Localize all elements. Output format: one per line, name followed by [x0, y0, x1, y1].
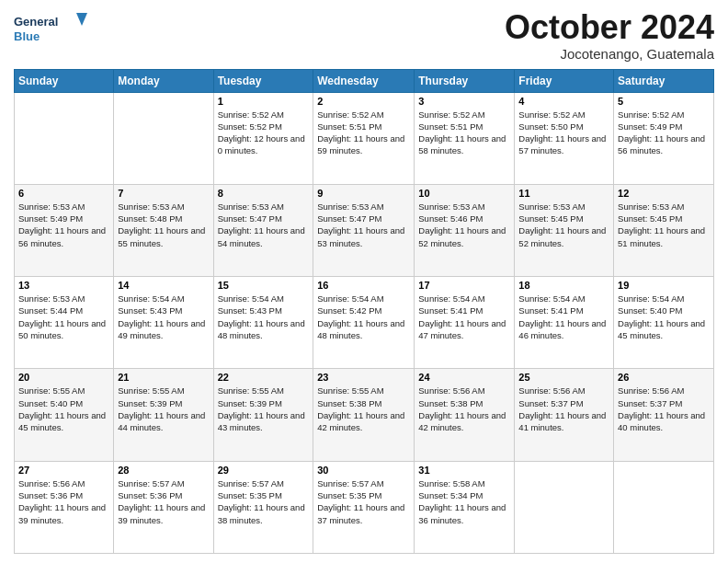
location: Jocotenango, Guatemala	[505, 46, 714, 62]
day-info: Sunrise: 5:54 AM Sunset: 5:43 PM Dayligh…	[118, 293, 209, 341]
day-info: Sunrise: 5:53 AM Sunset: 5:45 PM Dayligh…	[618, 201, 710, 249]
cell-2-4: 17Sunrise: 5:54 AM Sunset: 5:41 PM Dayli…	[415, 277, 515, 369]
day-info: Sunrise: 5:55 AM Sunset: 5:38 PM Dayligh…	[317, 385, 410, 433]
day-number: 13	[18, 280, 109, 291]
day-info: Sunrise: 5:56 AM Sunset: 5:37 PM Dayligh…	[618, 385, 710, 433]
col-friday: Friday	[515, 69, 614, 92]
day-number: 11	[518, 188, 609, 199]
day-number: 24	[418, 372, 510, 383]
col-tuesday: Tuesday	[213, 69, 313, 92]
week-row-1: 6Sunrise: 5:53 AM Sunset: 5:49 PM Daylig…	[15, 184, 714, 276]
day-info: Sunrise: 5:52 AM Sunset: 5:51 PM Dayligh…	[418, 109, 510, 157]
cell-1-5: 11Sunrise: 5:53 AM Sunset: 5:45 PM Dayli…	[515, 184, 614, 276]
cell-0-2: 1Sunrise: 5:52 AM Sunset: 5:52 PM Daylig…	[213, 92, 313, 184]
day-number: 22	[218, 372, 310, 383]
day-info: Sunrise: 5:53 AM Sunset: 5:46 PM Dayligh…	[418, 201, 510, 249]
day-info: Sunrise: 5:52 AM Sunset: 5:49 PM Dayligh…	[618, 109, 710, 157]
day-number: 3	[418, 96, 510, 107]
cell-4-1: 28Sunrise: 5:57 AM Sunset: 5:36 PM Dayli…	[114, 461, 213, 553]
cell-4-0: 27Sunrise: 5:56 AM Sunset: 5:36 PM Dayli…	[15, 461, 114, 553]
col-monday: Monday	[114, 69, 213, 92]
cell-3-4: 24Sunrise: 5:56 AM Sunset: 5:38 PM Dayli…	[415, 369, 515, 461]
day-number: 29	[218, 465, 310, 476]
cell-4-2: 29Sunrise: 5:57 AM Sunset: 5:35 PM Dayli…	[213, 461, 313, 553]
calendar-table: Sunday Monday Tuesday Wednesday Thursday…	[14, 69, 714, 554]
cell-2-2: 15Sunrise: 5:54 AM Sunset: 5:43 PM Dayli…	[213, 277, 313, 369]
cell-4-5	[515, 461, 614, 553]
cell-0-6: 5Sunrise: 5:52 AM Sunset: 5:49 PM Daylig…	[614, 92, 714, 184]
day-info: Sunrise: 5:57 AM Sunset: 5:35 PM Dayligh…	[317, 477, 410, 526]
week-row-4: 27Sunrise: 5:56 AM Sunset: 5:36 PM Dayli…	[15, 461, 714, 553]
day-number: 30	[317, 465, 410, 476]
cell-2-5: 18Sunrise: 5:54 AM Sunset: 5:41 PM Dayli…	[515, 277, 614, 369]
svg-marker-2	[76, 13, 87, 26]
day-number: 12	[618, 188, 710, 199]
cell-0-5: 4Sunrise: 5:52 AM Sunset: 5:50 PM Daylig…	[515, 92, 614, 184]
day-number: 6	[18, 188, 109, 199]
day-info: Sunrise: 5:56 AM Sunset: 5:37 PM Dayligh…	[518, 385, 609, 433]
day-info: Sunrise: 5:52 AM Sunset: 5:50 PM Dayligh…	[518, 109, 609, 157]
col-sunday: Sunday	[15, 69, 114, 92]
day-info: Sunrise: 5:53 AM Sunset: 5:47 PM Dayligh…	[218, 201, 310, 249]
day-info: Sunrise: 5:53 AM Sunset: 5:45 PM Dayligh…	[518, 201, 609, 249]
cell-1-3: 9Sunrise: 5:53 AM Sunset: 5:47 PM Daylig…	[313, 184, 415, 276]
day-info: Sunrise: 5:53 AM Sunset: 5:47 PM Dayligh…	[317, 201, 410, 249]
day-number: 18	[518, 280, 609, 291]
day-number: 20	[18, 372, 109, 383]
cell-2-6: 19Sunrise: 5:54 AM Sunset: 5:40 PM Dayli…	[614, 277, 714, 369]
day-info: Sunrise: 5:55 AM Sunset: 5:39 PM Dayligh…	[118, 385, 209, 433]
day-number: 31	[418, 465, 510, 476]
month-title: October 2024	[505, 9, 714, 46]
cell-1-4: 10Sunrise: 5:53 AM Sunset: 5:46 PM Dayli…	[415, 184, 515, 276]
day-info: Sunrise: 5:52 AM Sunset: 5:52 PM Dayligh…	[218, 109, 310, 157]
day-info: Sunrise: 5:52 AM Sunset: 5:51 PM Dayligh…	[317, 109, 410, 157]
cell-3-2: 22Sunrise: 5:55 AM Sunset: 5:39 PM Dayli…	[213, 369, 313, 461]
day-info: Sunrise: 5:56 AM Sunset: 5:38 PM Dayligh…	[418, 385, 510, 433]
cell-1-1: 7Sunrise: 5:53 AM Sunset: 5:48 PM Daylig…	[114, 184, 213, 276]
day-number: 8	[218, 188, 310, 199]
title-block: October 2024 Jocotenango, Guatemala	[505, 9, 714, 62]
day-info: Sunrise: 5:54 AM Sunset: 5:41 PM Dayligh…	[518, 293, 609, 341]
week-row-2: 13Sunrise: 5:53 AM Sunset: 5:44 PM Dayli…	[15, 277, 714, 369]
day-info: Sunrise: 5:58 AM Sunset: 5:34 PM Dayligh…	[418, 477, 510, 526]
cell-2-3: 16Sunrise: 5:54 AM Sunset: 5:42 PM Dayli…	[313, 277, 415, 369]
calendar-header: Sunday Monday Tuesday Wednesday Thursday…	[15, 69, 714, 92]
logo: General Blue	[14, 9, 87, 46]
calendar-page: General Blue October 2024 Jocotenango, G…	[0, 0, 728, 563]
day-number: 15	[218, 280, 310, 291]
cell-3-1: 21Sunrise: 5:55 AM Sunset: 5:39 PM Dayli…	[114, 369, 213, 461]
day-number: 16	[317, 280, 410, 291]
day-number: 27	[18, 465, 109, 476]
col-wednesday: Wednesday	[313, 69, 415, 92]
calendar-body: 1Sunrise: 5:52 AM Sunset: 5:52 PM Daylig…	[15, 92, 714, 553]
day-info: Sunrise: 5:53 AM Sunset: 5:48 PM Dayligh…	[118, 201, 209, 249]
day-info: Sunrise: 5:55 AM Sunset: 5:39 PM Dayligh…	[218, 385, 310, 433]
cell-4-3: 30Sunrise: 5:57 AM Sunset: 5:35 PM Dayli…	[313, 461, 415, 553]
day-info: Sunrise: 5:54 AM Sunset: 5:42 PM Dayligh…	[317, 293, 410, 341]
cell-1-0: 6Sunrise: 5:53 AM Sunset: 5:49 PM Daylig…	[15, 184, 114, 276]
day-number: 26	[618, 372, 710, 383]
cell-3-6: 26Sunrise: 5:56 AM Sunset: 5:37 PM Dayli…	[614, 369, 714, 461]
day-info: Sunrise: 5:56 AM Sunset: 5:36 PM Dayligh…	[18, 477, 109, 526]
col-thursday: Thursday	[415, 69, 515, 92]
day-info: Sunrise: 5:57 AM Sunset: 5:35 PM Dayligh…	[218, 477, 310, 526]
cell-2-1: 14Sunrise: 5:54 AM Sunset: 5:43 PM Dayli…	[114, 277, 213, 369]
svg-text:Blue: Blue	[14, 29, 40, 43]
day-info: Sunrise: 5:53 AM Sunset: 5:44 PM Dayligh…	[18, 293, 109, 341]
day-number: 2	[317, 96, 410, 107]
day-number: 1	[218, 96, 310, 107]
day-info: Sunrise: 5:54 AM Sunset: 5:40 PM Dayligh…	[618, 293, 710, 341]
cell-0-1	[114, 92, 213, 184]
day-number: 7	[118, 188, 209, 199]
logo-svg: General Blue	[14, 9, 87, 46]
day-number: 28	[118, 465, 209, 476]
week-row-3: 20Sunrise: 5:55 AM Sunset: 5:40 PM Dayli…	[15, 369, 714, 461]
cell-3-3: 23Sunrise: 5:55 AM Sunset: 5:38 PM Dayli…	[313, 369, 415, 461]
week-row-0: 1Sunrise: 5:52 AM Sunset: 5:52 PM Daylig…	[15, 92, 714, 184]
day-number: 9	[317, 188, 410, 199]
cell-1-2: 8Sunrise: 5:53 AM Sunset: 5:47 PM Daylig…	[213, 184, 313, 276]
day-number: 10	[418, 188, 510, 199]
header-row: Sunday Monday Tuesday Wednesday Thursday…	[15, 69, 714, 92]
day-number: 4	[518, 96, 609, 107]
cell-4-6	[614, 461, 714, 553]
